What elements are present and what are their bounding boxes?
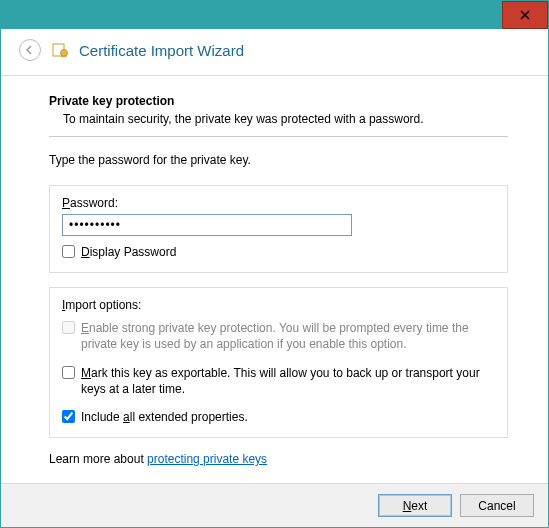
titlebar (1, 1, 548, 29)
option-strong-protection-checkbox (62, 321, 75, 334)
password-input[interactable] (62, 214, 352, 236)
display-password-label: Display Password (81, 244, 176, 260)
learn-more-link[interactable]: protecting private keys (147, 452, 267, 466)
cancel-button[interactable]: Cancel (460, 494, 534, 517)
option-exportable-label: Mark this key as exportable. This will a… (81, 365, 495, 397)
option-exportable-checkbox[interactable] (62, 366, 75, 379)
section-title: Private key protection (49, 94, 508, 108)
import-options-group: Import options: Enable strong private ke… (49, 287, 508, 438)
close-icon (520, 10, 530, 20)
next-button[interactable]: Next (378, 494, 452, 517)
wizard-header: Certificate Import Wizard (1, 29, 548, 76)
option-strong-protection-row: Enable strong private key protection. Yo… (62, 320, 495, 352)
certificate-icon (51, 41, 69, 59)
password-label: Password: (62, 196, 495, 210)
instruction-text: Type the password for the private key. (49, 153, 508, 167)
section-description: To maintain security, the private key wa… (63, 112, 508, 126)
back-button[interactable] (19, 39, 41, 61)
import-options-label: Import options: (62, 298, 495, 312)
wizard-content: Private key protection To maintain secur… (1, 76, 548, 483)
display-password-checkbox[interactable] (62, 245, 75, 258)
separator (49, 136, 508, 137)
password-group: Password: Display Password (49, 185, 508, 273)
wizard-title: Certificate Import Wizard (79, 42, 244, 59)
learn-more: Learn more about protecting private keys (49, 452, 508, 466)
close-button[interactable] (502, 1, 548, 29)
back-arrow-icon (24, 44, 36, 56)
wizard-window: Certificate Import Wizard Private key pr… (0, 0, 549, 528)
learn-more-prefix: Learn more about (49, 452, 147, 466)
option-exportable-row: Mark this key as exportable. This will a… (62, 365, 495, 397)
option-extended-checkbox[interactable] (62, 410, 75, 423)
wizard-footer: Next Cancel (1, 483, 548, 527)
option-extended-label: Include all extended properties. (81, 409, 248, 425)
display-password-row: Display Password (62, 244, 495, 260)
option-strong-protection-label: Enable strong private key protection. Yo… (81, 320, 495, 352)
option-extended-row: Include all extended properties. (62, 409, 495, 425)
